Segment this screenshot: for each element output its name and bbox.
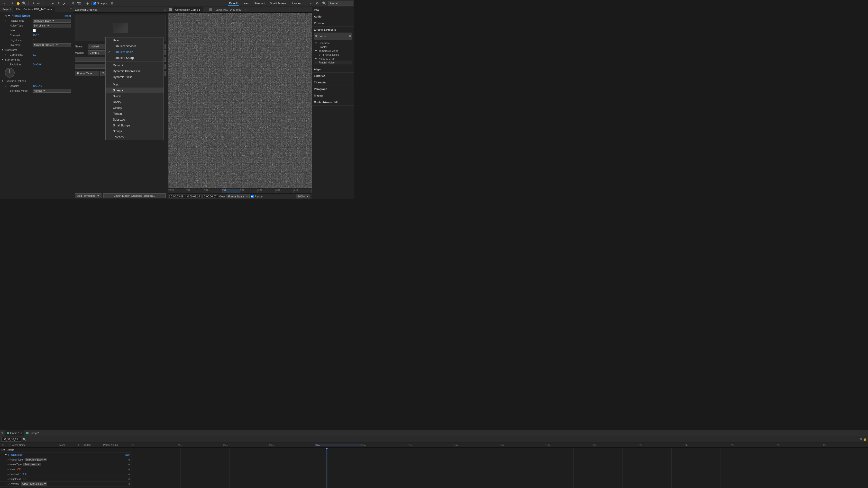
dropdown-item-rocky[interactable]: Rocky	[105, 99, 163, 105]
effects-presets-title[interactable]: Effects & Presets	[314, 28, 352, 32]
zoom-dropdown[interactable]: 100%	[296, 195, 310, 198]
mark-02s: 02s	[186, 189, 204, 193]
complexity-value[interactable]: 6.0	[33, 53, 36, 56]
anchor-tool[interactable]: ⊕	[70, 1, 75, 6]
shape-tool[interactable]: ▭	[44, 1, 50, 6]
home-icon[interactable]: ⌂	[1, 1, 6, 6]
search-icon-top[interactable]: 🔍	[322, 1, 327, 6]
libraries-title[interactable]: Libraries	[314, 74, 352, 78]
preview-title[interactable]: Preview	[314, 21, 352, 25]
vr-fractal-item[interactable]: VR Fractal Noise	[314, 53, 352, 57]
noise-type-dropdown[interactable]: Soft Linear	[33, 24, 71, 28]
dropdown-item-turbulent-sharp[interactable]: Turbulent Sharp	[105, 55, 163, 61]
fractal-noise-title[interactable]: Fractal Noise	[12, 14, 30, 18]
dropdown-item-max[interactable]: Max	[105, 82, 163, 88]
select-tool[interactable]: ↖	[10, 1, 15, 6]
workspace-libraries[interactable]: Libraries	[289, 1, 303, 5]
evolution-value[interactable]: 0x+0.0°	[33, 63, 42, 66]
workspace-learn[interactable]: Learn	[241, 1, 251, 5]
workspace-default[interactable]: Default	[228, 1, 239, 6]
fractal-noise-collapse[interactable]	[8, 15, 10, 17]
brightness-row: ○ Brightness 0.0	[0, 38, 73, 42]
settings-icon[interactable]: ⚙	[315, 1, 320, 6]
character-title[interactable]: Character	[314, 80, 352, 85]
sub-settings-row[interactable]: Sub Settings	[0, 57, 73, 62]
blending-mode-dropdown[interactable]: Normal	[33, 89, 71, 93]
add-formatting-btn[interactable]: Add Formatting	[75, 193, 101, 198]
dropdown-item-terrain[interactable]: Terrain	[105, 111, 163, 117]
align-title[interactable]: Align	[314, 67, 352, 71]
effects-search-row: 🔍 ✕	[314, 33, 352, 40]
invert-checkbox[interactable]	[33, 29, 36, 32]
dropdown-item-turbulent-smooth[interactable]: Turbulent Smooth	[105, 43, 163, 49]
pen-tool[interactable]: ✒	[50, 1, 55, 6]
blending-mode-row: Blending Mode Normal	[0, 88, 73, 93]
tracker-title[interactable]: Tracker	[314, 93, 352, 98]
transform-row[interactable]: Transform	[0, 47, 73, 52]
dropdown-item-dynamic-progressive[interactable]: Dynamic Progressive	[105, 68, 163, 74]
tab-effect-controls[interactable]: Effect Controls IMG_1431.mov	[13, 7, 55, 12]
paint-tool[interactable]: 🖌	[62, 1, 67, 6]
search-clear-icon[interactable]: ✕	[349, 35, 351, 38]
immersive-video-category[interactable]: Immersive Video	[314, 49, 352, 53]
fractal-item[interactable]: Fractal	[314, 45, 352, 49]
dropdown-item-basic[interactable]: Basic	[105, 37, 163, 43]
comp-elapsed[interactable]: 0:00:06:07	[203, 195, 218, 198]
rotation-tool[interactable]: ↺	[30, 1, 35, 6]
brightness-value[interactable]: 0.0	[33, 39, 36, 41]
layer-tab-menu[interactable]: ≡	[244, 8, 247, 11]
contrast-value[interactable]: 100.0	[33, 34, 39, 37]
info-title[interactable]: Info	[314, 8, 352, 12]
magnet-icon[interactable]: ⊞	[110, 1, 114, 6]
comp-timecode[interactable]: 0:00:03:09	[169, 195, 185, 198]
dropdown-item-dynamic-twist[interactable]: Dynamic Twist	[105, 74, 163, 80]
dropdown-item-turbulent-basic[interactable]: Turbulent Basic	[105, 49, 163, 55]
paragraph-title[interactable]: Paragraph	[314, 87, 352, 91]
snapping-checkbox[interactable]: Snapping	[93, 2, 108, 5]
transform-collapse[interactable]	[2, 49, 3, 51]
dropdown-item-dynamic[interactable]: Dynamic	[105, 63, 163, 68]
dropdown-item-swirly[interactable]: Swirly	[105, 93, 163, 99]
dropdown-item-threads[interactable]: Threads	[105, 134, 163, 140]
audio-title[interactable]: Audio	[314, 14, 352, 19]
zoom-tool[interactable]: 🔍	[22, 1, 27, 6]
dropdown-item-small-bumps[interactable]: Small Bumps	[105, 123, 163, 128]
dropdown-item-smeary[interactable]: Smeary	[105, 88, 163, 93]
render-checkbox[interactable]	[251, 195, 254, 198]
comp-tab-close[interactable]: ✕	[203, 8, 207, 11]
evolution-dial[interactable]	[5, 68, 14, 77]
workspace-standard[interactable]: Standard	[253, 1, 267, 5]
evolution-options-row[interactable]: Evolution Options	[0, 78, 73, 84]
content-aware-title[interactable]: Content-Aware Fill	[314, 100, 352, 104]
camera-tool[interactable]: 📷	[76, 1, 81, 6]
evolution-options-collapse[interactable]	[2, 80, 3, 82]
tab-project[interactable]: Project	[0, 7, 13, 12]
opacity-value[interactable]: 100.0%	[33, 85, 41, 87]
undo-icon[interactable]: ↩	[36, 1, 41, 6]
tab-layer[interactable]: Layer IMG_1431.mov	[213, 7, 244, 12]
puppet-tool[interactable]: ◈	[85, 1, 90, 6]
overflow-dropdown[interactable]: Allow HDR Results	[33, 43, 71, 47]
sub-settings-collapse[interactable]	[2, 59, 3, 61]
dropdown-item-subscale[interactable]: Subscale	[105, 117, 163, 123]
hand-tool[interactable]: ✋	[16, 1, 21, 6]
effect-controls-menu[interactable]: ≡	[69, 7, 73, 12]
workspace-small-screen[interactable]: Small Screen	[269, 1, 287, 5]
global-search[interactable]	[329, 1, 353, 6]
tab-comp1[interactable]: Composition Comp 1	[173, 7, 203, 12]
expand-icon[interactable]: »	[308, 1, 313, 6]
eg-menu[interactable]: ≡	[164, 8, 166, 11]
fractal-noise-result[interactable]: Fractal Noise	[314, 61, 352, 64]
dropdown-item-cloudy[interactable]: Cloudy	[105, 105, 163, 111]
effect-controls-panel: fx Fractal Noise Reset ○ Fractal Type Tu…	[0, 12, 73, 199]
effects-search-input[interactable]	[318, 34, 349, 39]
reset-link[interactable]: Reset	[64, 14, 71, 17]
dropdown-item-strings[interactable]: Strings	[105, 128, 163, 134]
fractal-type-dropdown[interactable]: Turbulent Basic	[33, 19, 71, 23]
text-tool[interactable]: T	[56, 1, 61, 6]
noise-grain-category[interactable]: Noise & Grain	[314, 57, 352, 61]
export-template-btn[interactable]: Export Motion Graphics Template...	[103, 193, 166, 198]
generate-category[interactable]: Generate	[314, 41, 352, 45]
comp-time2[interactable]: 0:00:09:14	[186, 195, 202, 198]
view-dropdown[interactable]: Fractal Noise	[226, 195, 250, 198]
